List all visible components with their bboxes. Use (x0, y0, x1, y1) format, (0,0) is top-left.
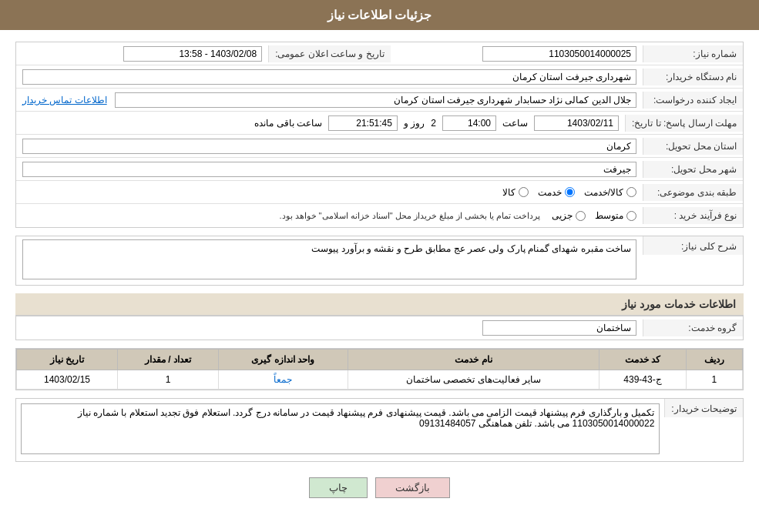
col-code: کد خدمت (599, 350, 687, 370)
deadline-days-value: 2 (431, 118, 436, 129)
date-input[interactable] (123, 46, 262, 62)
cell-code: ج-43-439 (599, 370, 687, 390)
purchase-note: پرداخت تمام یا بخشی از مبلغ خریداز محل "… (279, 211, 540, 221)
cell-row: 1 (686, 370, 742, 390)
date-value (16, 43, 268, 65)
radio-medium-input[interactable] (626, 211, 636, 221)
city-label: شهر محل تحویل: (643, 161, 743, 178)
service-group-section: گروه خدمت: (15, 316, 744, 340)
row-purchase-type: نوع فرآیند خرید : متوسط جزیی پرداخت تمام… (16, 204, 743, 227)
radio-goods-service-input[interactable] (626, 187, 636, 197)
back-button[interactable]: بازگشت (375, 477, 450, 498)
row-city: شهر محل تحویل: (16, 158, 743, 181)
deadline-days-label: روز و (404, 118, 425, 129)
radio-medium-label: متوسط (595, 210, 623, 221)
buyer-notes-label: توضیحات خریدار: (664, 399, 743, 417)
radio-medium: متوسط (595, 210, 636, 221)
category-label: طبقه بندی موضوعی: (643, 184, 743, 201)
services-table: ردیف کد خدمت نام خدمت واحد اندازه گیری ت… (16, 349, 743, 390)
deadline-values: ساعت 2 روز و ساعت باقی مانده (16, 112, 625, 134)
buyer-org-input[interactable] (22, 69, 636, 85)
col-row: ردیف (686, 350, 742, 370)
requester-value: اطلاعات تماس خریدار (16, 89, 643, 111)
row-province: استان محل تحویل: (16, 135, 743, 158)
deadline-remaining-input[interactable] (328, 115, 398, 131)
category-radios: کالا/خدمت خدمت کالا (16, 184, 643, 201)
purchase-type-values: متوسط جزیی پرداخت تمام یا بخشی از مبلغ خ… (16, 207, 643, 224)
radio-goods-service: کالا/خدمت (584, 187, 636, 198)
radio-goods: کالا (502, 187, 529, 198)
radio-partial: جزیی (552, 210, 586, 221)
col-qty: تعداد / مقدار (118, 350, 219, 370)
cell-date: 1403/02/15 (17, 370, 118, 390)
page-header: جزئیات اطلاعات نیاز (0, 0, 759, 30)
description-label: شرح کلی نیاز: (643, 236, 743, 255)
row-need-number: شماره نیاز: تاریخ و ساعت اعلان عمومی: (16, 42, 743, 65)
row-requester: ایجاد کننده درخواست: اطلاعات تماس خریدار (16, 89, 743, 112)
radio-goods-input[interactable] (519, 187, 529, 197)
city-value (16, 159, 643, 180)
col-name: نام خدمت (348, 350, 599, 370)
requester-label: ایجاد کننده درخواست: (643, 92, 743, 109)
row-service-group: گروه خدمت: (16, 316, 743, 340)
deadline-label: مهلت ارسال پاسخ: تا تاریخ: (625, 115, 743, 132)
row-category: طبقه بندی موضوعی: کالا/خدمت خدمت (16, 181, 743, 204)
radio-partial-label: جزیی (552, 210, 573, 221)
need-number-value (391, 43, 643, 65)
col-unit: واحد اندازه گیری (218, 350, 348, 370)
radio-service-label: خدمت (538, 187, 562, 198)
purchase-type-label: نوع فرآیند خرید : (643, 207, 743, 224)
description-value (16, 236, 643, 285)
service-group-value (16, 317, 643, 339)
bottom-buttons: بازگشت چاپ (15, 470, 744, 506)
buyer-notes-section: توضیحات خریدار: (15, 398, 744, 462)
cell-unit: جمعاً (218, 370, 348, 390)
deadline-remaining-label: ساعت باقی مانده (254, 118, 322, 129)
cell-name: سایر فعالیت‌های تخصصی ساختمان (348, 370, 599, 390)
description-section: شرح کلی نیاز: (15, 236, 744, 286)
table-row: 1 ج-43-439 سایر فعالیت‌های تخصصی ساختمان… (17, 370, 743, 390)
print-button[interactable]: چاپ (309, 477, 368, 498)
service-group-input[interactable] (482, 320, 636, 336)
radio-service: خدمت (538, 187, 575, 198)
deadline-time-label: ساعت (502, 118, 528, 129)
date-label: تاریخ و ساعت اعلان عمومی: (268, 45, 391, 62)
province-value (16, 136, 643, 157)
services-title: اطلاعات خدمات مورد نیاز (15, 293, 744, 316)
row-deadline: مهلت ارسال پاسخ: تا تاریخ: ساعت 2 روز و … (16, 112, 743, 135)
description-textarea[interactable] (22, 239, 636, 279)
province-label: استان محل تحویل: (643, 138, 743, 155)
row-description: شرح کلی نیاز: (16, 236, 743, 285)
radio-service-input[interactable] (565, 187, 575, 197)
need-number-input[interactable] (482, 46, 636, 62)
content-area: شماره نیاز: تاریخ و ساعت اعلان عمومی: نا… (0, 30, 759, 517)
radio-goods-label: کالا (502, 187, 516, 198)
deadline-time-input[interactable] (442, 115, 496, 131)
service-group-label: گروه خدمت: (643, 320, 743, 336)
province-input[interactable] (22, 139, 636, 154)
buyer-org-label: نام دستگاه خریدار: (643, 69, 743, 85)
requester-input[interactable] (115, 92, 636, 108)
radio-goods-service-label: کالا/خدمت (584, 187, 623, 198)
city-input[interactable] (22, 162, 636, 177)
radio-partial-input[interactable] (576, 211, 586, 221)
contact-link[interactable]: اطلاعات تماس خریدار (22, 95, 107, 105)
col-date: تاریخ نیاز (17, 350, 118, 370)
details-section: شماره نیاز: تاریخ و ساعت اعلان عمومی: نا… (15, 42, 744, 228)
services-table-section: ردیف کد خدمت نام خدمت واحد اندازه گیری ت… (15, 348, 744, 390)
page-title: جزئیات اطلاعات نیاز (327, 8, 432, 22)
deadline-date-input[interactable] (534, 115, 619, 131)
buyer-notes-textarea[interactable] (21, 403, 660, 454)
buyer-org-value (16, 66, 643, 88)
need-number-label: شماره نیاز: (643, 45, 743, 62)
buyer-notes-value (16, 399, 664, 461)
page-wrapper: جزئیات اطلاعات نیاز شماره نیاز: تاریخ و … (0, 0, 759, 532)
row-buyer-org: نام دستگاه خریدار: (16, 65, 743, 89)
cell-qty: 1 (118, 370, 219, 390)
